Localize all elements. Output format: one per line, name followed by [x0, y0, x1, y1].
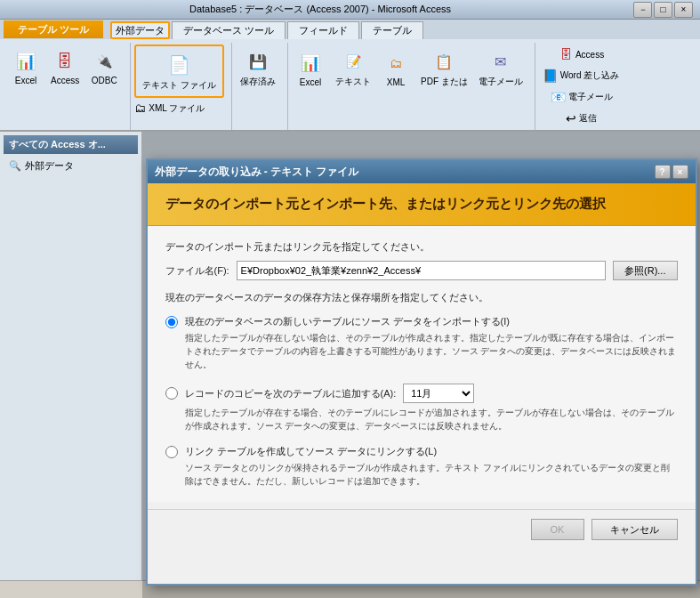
radio-input-2[interactable] — [165, 387, 178, 400]
tab-field[interactable]: フィールド — [287, 21, 359, 39]
title-bar-text: Database5 : データベース (Access 2007) - Micro… — [7, 3, 633, 16]
file-input[interactable] — [237, 261, 606, 280]
radio-input-3[interactable] — [165, 446, 178, 458]
group-export: 📊 Excel 📝 テキスト 🗂 XML 📋 PDF または — [288, 43, 535, 130]
btn-right-word[interactable]: 📘 Word 差し込み — [539, 66, 624, 85]
maximize-button[interactable]: □ — [654, 2, 672, 18]
radio-item-2: レコードのコピーを次のテーブルに追加する(A): 11月 指定したテーブルが存在… — [165, 384, 678, 432]
btn-right-more[interactable]: 📧 電子メール — [539, 87, 624, 107]
dialog-body: データのインポート元またはリンク元を指定してください。 ファイル名(F): 参照… — [148, 226, 696, 502]
access-icon: 🗄 — [51, 47, 79, 76]
group-text: 📄 テキスト ファイル 🗂 XML ファイル — [131, 43, 232, 130]
file-label: ファイル名(F): — [165, 264, 229, 278]
ribbon-content: 📊 Excel 🗄 Access 🔌 ODBC 📄 テ — [0, 39, 700, 130]
radio-row-1: 現在のデータベースの新しいテーブルにソース データをインポートする(I) — [165, 315, 678, 328]
group-save: 💾 保存済み — [232, 43, 288, 130]
left-nav-item-access[interactable]: 🔍 外部データ — [4, 158, 138, 174]
right-access-icon: 🗄 — [559, 47, 573, 61]
tab-database-tools[interactable]: データベース ツール — [172, 21, 286, 39]
radio-item-1: 現在のデータベースの新しいテーブルにソース データをインポートする(I) 指定し… — [165, 315, 678, 371]
work-area: 外部データの取り込み - テキスト ファイル ? × データのインポート元とイン… — [142, 132, 700, 598]
group-excel: 📊 Excel 🗄 Access 🔌 ODBC — [4, 43, 131, 130]
right-word-icon: 📘 — [543, 69, 558, 83]
text-file-icon: 📄 — [165, 51, 194, 79]
excel-icon: 📊 — [12, 47, 40, 76]
ribbon: テーブル ツール 外部データ データベース ツール フィールド テーブル 📊 E… — [0, 20, 700, 132]
title-bar-controls: － □ × — [633, 2, 693, 18]
tool-tab[interactable]: テーブル ツール — [4, 20, 103, 38]
export-xml-icon: 🗂 — [382, 49, 410, 77]
btn-save[interactable]: 💾 保存済み — [236, 44, 280, 91]
dialog-banner: データのインポート元とインポート先、またはリンク元とリンク先の選択 — [148, 183, 696, 226]
radio-desc-1: 指定したテーブルが存在しない場合は、そのテーブルが作成されます。指定したテーブル… — [165, 331, 678, 371]
export-row1: 📊 Excel 📝 テキスト 🗂 XML 📋 PDF または — [292, 44, 527, 91]
save-icon: 💾 — [244, 47, 272, 76]
xml-row: 🗂 XML ファイル — [134, 101, 205, 115]
radio-label-3[interactable]: リンク テーブルを作成してソース データにリンクする(L) — [185, 445, 438, 458]
btn-text-file[interactable]: 📄 テキスト ファイル — [138, 48, 221, 94]
left-nav-header: すべての Access オ... — [4, 135, 138, 154]
xml-icon: 🗂 — [134, 101, 146, 115]
left-nav: すべての Access オ... 🔍 外部データ — [0, 132, 142, 598]
btn-odbc[interactable]: 🔌 ODBC — [85, 44, 123, 88]
dialog-title-text: 外部データの取り込み - テキスト ファイル — [155, 165, 655, 180]
ribbon-right: 🗄 Access 📘 Word 差し込み 📧 電子メール ↩ 返信 — [535, 43, 628, 130]
radio-input-1[interactable] — [165, 316, 178, 328]
radio-label-2[interactable]: レコードのコピーを次のテーブルに追加する(A): — [185, 387, 397, 400]
btn-access[interactable]: 🗄 Access — [46, 44, 84, 88]
dialog-help-button[interactable]: ? — [655, 165, 671, 179]
tab-table[interactable]: テーブル — [361, 21, 423, 39]
dest-prompt: 現在のデータベースのデータの保存方法と保存場所を指定してください。 — [165, 291, 678, 304]
dropdown-inline: 11月 — [403, 384, 474, 403]
btn-export-mail[interactable]: ✉ 電子メール — [474, 44, 527, 91]
more-icon: 📧 — [551, 90, 566, 104]
title-bar: Database5 : データベース (Access 2007) - Micro… — [0, 0, 700, 20]
btn-right-back[interactable]: ↩ 返信 — [539, 109, 624, 128]
radio-desc-3: ソース データとのリンクが保持されるテーブルが作成されます。テキスト ファイルに… — [165, 461, 678, 488]
table-dropdown[interactable]: 11月 — [403, 384, 474, 403]
btn-export-pdf[interactable]: 📋 PDF または — [416, 44, 472, 91]
pdf-icon: 📋 — [430, 47, 458, 76]
dialog-banner-title: データのインポート元とインポート先、またはリンク元とリンク先の選択 — [165, 196, 678, 213]
dialog-titlebar: 外部データの取り込み - テキスト ファイル ? × — [148, 160, 696, 183]
btn-excel[interactable]: 📊 Excel — [7, 44, 44, 88]
file-field-row: ファイル名(F): 参照(R)... — [165, 261, 678, 280]
mail-icon: ✉ — [487, 47, 515, 76]
minimize-button[interactable]: － — [633, 2, 652, 18]
text-file-highlight: 📄 テキスト ファイル — [134, 44, 224, 98]
source-prompt: データのインポート元またはリンク元を指定してください。 — [165, 240, 678, 254]
btn-export-xml[interactable]: 🗂 XML — [377, 44, 414, 91]
radio-desc-2: 指定したテーブルが存在する場合、そのテーブルにレコードが追加されます。テーブルが… — [165, 406, 678, 432]
dialog-titlebar-btns: ? × — [655, 165, 688, 179]
btn-export-text[interactable]: 📝 テキスト — [331, 44, 375, 91]
dialog-close-button[interactable]: × — [672, 165, 688, 179]
import-dialog: 外部データの取り込み - テキスト ファイル ? × データのインポート元とイン… — [146, 158, 697, 586]
ribbon-tabs: テーブル ツール 外部データ データベース ツール フィールド テーブル — [0, 20, 700, 39]
dialog-footer: OK キャンセル — [148, 509, 696, 549]
export-text-icon: 📝 — [339, 47, 367, 76]
dialog-overlay: 外部データの取り込み - テキスト ファイル ? × データのインポート元とイン… — [142, 132, 700, 598]
radio-row-3: リンク テーブルを作成してソース データにリンクする(L) — [165, 445, 678, 458]
radio-group: 現在のデータベースの新しいテーブルにソース データをインポートする(I) 指定し… — [165, 315, 678, 488]
export-excel-icon: 📊 — [296, 49, 325, 77]
browse-button[interactable]: 参照(R)... — [613, 261, 677, 280]
ok-button[interactable]: OK — [531, 519, 584, 540]
close-button[interactable]: × — [674, 2, 693, 18]
radio-label-1[interactable]: 現在のデータベースの新しいテーブルにソース データをインポートする(I) — [185, 315, 510, 328]
cancel-button[interactable]: キャンセル — [591, 519, 678, 540]
odbc-icon: 🔌 — [90, 47, 118, 76]
radio-row-2: レコードのコピーを次のテーブルに追加する(A): 11月 — [165, 384, 678, 403]
nav-arrow-icon: 🔍 — [9, 160, 21, 172]
back-icon: ↩ — [566, 111, 576, 125]
main-area: すべての Access オ... 🔍 外部データ 外部データの取り込み - テキ… — [0, 132, 700, 598]
btn-right-access[interactable]: 🗄 Access — [539, 44, 624, 64]
tab-external-data[interactable]: 外部データ — [110, 21, 170, 39]
btn-export-excel[interactable]: 📊 Excel — [292, 44, 329, 91]
radio-item-3: リンク テーブルを作成してソース データにリンクする(L) ソース データとのリ… — [165, 445, 678, 488]
